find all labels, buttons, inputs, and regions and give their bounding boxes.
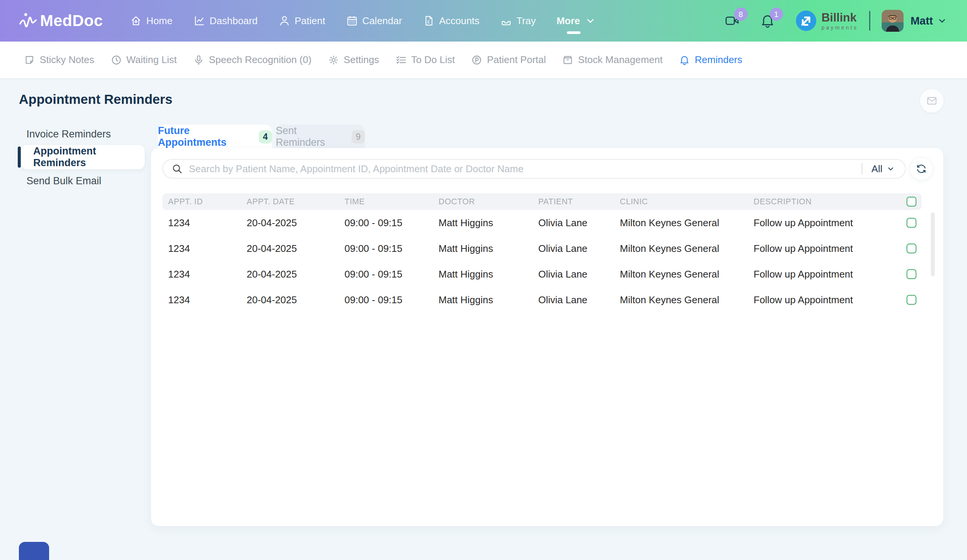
home-icon xyxy=(130,15,142,27)
search-bar: All xyxy=(162,159,906,179)
nav-item-more[interactable]: More xyxy=(556,15,596,27)
nav-item-accounts[interactable]: £ Accounts xyxy=(423,15,479,27)
column-description: DESCRIPTION xyxy=(754,197,903,207)
nav-item-dashboard[interactable]: Dashboard xyxy=(193,15,257,27)
sidebar-item-send-bulk-email[interactable]: Send Bulk Email xyxy=(26,175,101,187)
chevron-down-icon xyxy=(584,15,596,27)
toolbar-item-speech-recognition[interactable]: Speech Recognition (0) xyxy=(193,54,312,66)
toolbar-item-patient-portal[interactable]: Patient Portal xyxy=(471,54,546,66)
calendar-icon xyxy=(346,15,358,27)
toolbar-label: Speech Recognition (0) xyxy=(209,54,312,66)
cell-time: 09:00 - 09:15 xyxy=(345,268,439,280)
topbar-right-cluster: 8 1 Billink payments Matt xyxy=(724,10,947,32)
column-time: TIME xyxy=(345,197,439,207)
toolbar-item-waiting-list[interactable]: Waiting List xyxy=(111,54,177,66)
toolbar-label: Reminders xyxy=(695,54,742,66)
billink-payments-logo[interactable]: Billink payments xyxy=(795,10,858,32)
cell-appt-date: 20-04-2025 xyxy=(247,268,345,280)
cell-clinic: Milton Keynes General xyxy=(620,294,754,306)
nav-label: Accounts xyxy=(439,15,479,27)
svg-text:£: £ xyxy=(427,19,430,25)
video-call-button[interactable]: 8 xyxy=(724,13,740,29)
column-patient: PATIENT xyxy=(538,197,620,207)
nav-item-tray[interactable]: Tray xyxy=(500,15,536,27)
user-avatar[interactable] xyxy=(882,10,904,32)
row-checkbox[interactable] xyxy=(906,244,916,254)
cell-appt-id: 1234 xyxy=(168,294,247,306)
nav-label: Calendar xyxy=(362,15,402,27)
chart-line-icon xyxy=(193,15,206,27)
nav-item-patient[interactable]: Patient xyxy=(278,15,325,27)
chevron-down-icon xyxy=(886,164,895,173)
cell-appt-id: 1234 xyxy=(168,217,247,229)
sidebar-item-invoice-reminders[interactable]: Invoice Reminders xyxy=(26,128,111,140)
toolbar-item-reminders[interactable]: Reminders xyxy=(679,54,742,66)
filter-dropdown[interactable]: All xyxy=(871,163,895,175)
table-row[interactable]: 1234 20-04-2025 09:00 - 09:15 Matt Higgi… xyxy=(162,236,922,261)
table-row[interactable]: 1234 20-04-2025 09:00 - 09:15 Matt Higgi… xyxy=(162,261,922,287)
document-pound-icon: £ xyxy=(423,15,435,27)
cell-patient: Olivia Lane xyxy=(538,294,620,306)
gear-icon xyxy=(328,54,339,66)
nav-label: Tray xyxy=(517,15,536,27)
refresh-button[interactable] xyxy=(909,157,933,181)
cell-clinic: Milton Keynes General xyxy=(620,268,754,280)
avatar-image xyxy=(882,10,904,32)
header-divider xyxy=(869,11,870,31)
cell-doctor: Matt Higgins xyxy=(439,294,538,306)
user-name[interactable]: Matt xyxy=(910,15,933,27)
primary-nav: Home Dashboard Patient Calendar £ Accoun… xyxy=(130,15,596,27)
cell-doctor: Matt Higgins xyxy=(439,217,538,229)
mail-button[interactable] xyxy=(920,89,944,112)
toolbar-item-todo-list[interactable]: To Do List xyxy=(396,54,455,66)
appointments-panel: All APPT. ID APPT. DATE TIME DOCTOR PATI… xyxy=(151,148,943,526)
toolbar-item-sticky-notes[interactable]: Sticky Notes xyxy=(24,54,94,66)
column-appt-id: APPT. ID xyxy=(168,197,247,207)
row-checkbox[interactable] xyxy=(906,269,916,279)
floating-action-button[interactable] xyxy=(19,542,49,560)
cell-time: 09:00 - 09:15 xyxy=(345,217,439,229)
cell-patient: Olivia Lane xyxy=(538,217,620,229)
toolbar-item-settings[interactable]: Settings xyxy=(328,54,379,66)
person-icon xyxy=(278,15,290,27)
nav-label: Home xyxy=(146,15,172,27)
vertical-scrollbar[interactable] xyxy=(931,212,935,277)
billink-title: Billink xyxy=(822,12,858,23)
tab-count-badge: 4 xyxy=(259,130,272,143)
filter-value: All xyxy=(871,163,883,175)
table-row[interactable]: 1234 20-04-2025 09:00 - 09:15 Matt Higgi… xyxy=(162,210,922,236)
cell-appt-id: 1234 xyxy=(168,243,247,255)
billink-icon xyxy=(795,10,817,32)
secondary-toolbar: Sticky Notes Waiting List Speech Recogni… xyxy=(0,41,967,78)
tab-future-appointments[interactable]: Future Appointments 4 xyxy=(158,125,272,149)
toolbar-item-stock-management[interactable]: Stock Management xyxy=(562,54,663,66)
nav-item-home[interactable]: Home xyxy=(130,15,172,27)
row-checkbox[interactable] xyxy=(906,218,916,228)
table-row[interactable]: 1234 20-04-2025 09:00 - 09:15 Matt Higgi… xyxy=(162,287,922,313)
active-sidebar-indicator xyxy=(18,147,21,168)
sidebar-item-appointment-reminders[interactable]: Appointment Reminders xyxy=(21,145,145,169)
toolbar-label: Settings xyxy=(344,54,379,66)
microphone-icon xyxy=(193,54,205,66)
tab-sent-reminders[interactable]: Sent Reminders 9 xyxy=(276,125,365,149)
cell-description: Follow up Appointment xyxy=(754,268,903,280)
cell-doctor: Matt Higgins xyxy=(439,268,538,280)
tab-count-badge: 9 xyxy=(351,130,365,143)
cell-appt-date: 20-04-2025 xyxy=(247,294,345,306)
search-icon xyxy=(172,163,183,175)
cell-appt-date: 20-04-2025 xyxy=(247,217,345,229)
toolbar-label: Sticky Notes xyxy=(40,54,94,66)
row-checkbox[interactable] xyxy=(906,295,916,305)
notifications-button[interactable]: 1 xyxy=(760,13,776,29)
search-input[interactable] xyxy=(189,163,861,175)
column-doctor: DOCTOR xyxy=(439,197,538,207)
meddoc-logo[interactable]: MedDoc xyxy=(19,12,103,30)
nav-item-calendar[interactable]: Calendar xyxy=(346,15,402,27)
video-badge: 8 xyxy=(734,8,748,21)
toolbar-label: Waiting List xyxy=(127,54,177,66)
sticky-note-icon xyxy=(24,54,35,66)
todo-list-icon xyxy=(396,54,407,66)
cell-doctor: Matt Higgins xyxy=(439,243,538,255)
select-all-checkbox[interactable] xyxy=(906,197,916,207)
user-menu-chevron[interactable] xyxy=(937,15,947,26)
